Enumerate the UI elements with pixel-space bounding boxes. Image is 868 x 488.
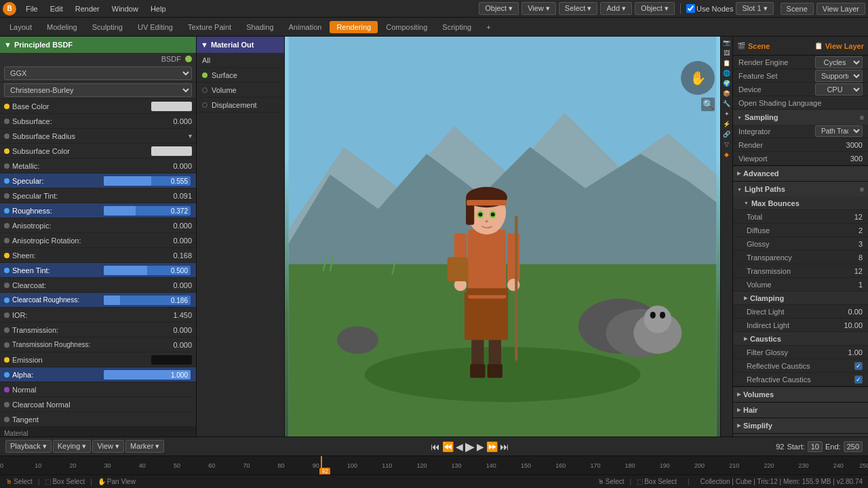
menu-file[interactable]: File [20, 3, 43, 14]
tab-modeling[interactable]: Modeling [40, 21, 84, 33]
motion-blur-header[interactable]: ▼ ✓ Motion Blur [733, 434, 868, 436]
timeline[interactable]: 0 10 20 30 40 50 60 70 80 90 92 100 110 … [0, 455, 868, 474]
tangent-row[interactable]: Tangent [0, 412, 196, 427]
particles-icon[interactable]: ✦ [722, 109, 732, 119]
base-color-row[interactable]: Base Color [0, 99, 196, 114]
sheen-value[interactable]: 0.168 [161, 251, 192, 260]
transparency-bounces-value[interactable]: 8 [835, 253, 863, 262]
play-btn[interactable]: ▶ [465, 439, 475, 454]
start-frame-value[interactable]: 10 [808, 441, 823, 452]
direct-light-value[interactable]: 0.00 [835, 308, 863, 316]
output-properties-icon[interactable]: 🖼 [722, 48, 732, 58]
nav-gizmo[interactable]: ✋ [681, 61, 715, 95]
base-color-swatch[interactable] [151, 102, 192, 111]
anisotropic-rotation-row[interactable]: Anisotropic Rotation: 0.000 [0, 233, 196, 248]
tab-animation[interactable]: Animation [282, 21, 329, 33]
jump-start-btn[interactable]: ⏮ [431, 441, 440, 452]
specular-tint-value[interactable]: 0.091 [161, 192, 192, 200]
zoom-in-btn[interactable]: 🔍 [701, 98, 715, 111]
add-dropdown[interactable]: Add ▾ [600, 2, 632, 15]
render-engine-select[interactable]: Cycles EEVEE Workbench [815, 56, 863, 68]
advanced-header[interactable]: ▶ Advanced [733, 166, 868, 181]
light-paths-header[interactable]: ▼ Light Paths ≡ [733, 182, 868, 197]
view-dropdown[interactable]: View ▾ [521, 2, 556, 15]
tab-layout[interactable]: Layout [3, 21, 39, 33]
subsurface-radius-row[interactable]: Subsurface Radius ▾ [0, 129, 196, 144]
sheen-tint-bar[interactable]: 0.500 [104, 266, 191, 275]
bsdf-panel-header[interactable]: ▼ Principled BSDF [0, 37, 196, 53]
ior-row[interactable]: IOR: 1.450 [0, 308, 196, 323]
material-icon[interactable]: ◆ [722, 150, 732, 159]
menu-help[interactable]: Help [145, 3, 172, 14]
mat-surface-item[interactable]: Surface [197, 68, 284, 83]
slot-dropdown[interactable]: Slot 1 ▾ [736, 2, 773, 15]
roughness-bar[interactable]: 0.372 [104, 206, 191, 216]
main-viewport[interactable]: View ▾ Select ▾ Render Result 📷 ◉ ○ ● ⛶ … [285, 37, 720, 436]
clearcoat-roughness-row[interactable]: Clearcoat Roughness: 0.186 [0, 293, 196, 308]
open-shading-row[interactable]: Open Shading Language [733, 96, 868, 110]
caustics-header[interactable]: ▶ Caustics [733, 332, 868, 346]
menu-window[interactable]: Window [106, 3, 144, 14]
indirect-light-value[interactable]: 10.00 [835, 321, 863, 329]
mat-displacement-item[interactable]: Displacement [197, 98, 284, 113]
menu-render[interactable]: Render [70, 3, 105, 14]
normal-row[interactable]: Normal [0, 382, 196, 397]
reflective-caustics-row[interactable]: Reflective Caustics ✓ [733, 359, 868, 373]
view-menu[interactable]: View ▾ [92, 440, 124, 453]
feature-set-select[interactable]: Supported Experimental [815, 70, 863, 82]
feature-set-row[interactable]: Feature Set Supported Experimental [733, 69, 868, 83]
object-menu[interactable]: Object ▾ [635, 2, 675, 15]
prev-frame-btn[interactable]: ⏪ [442, 441, 454, 452]
viewport-samples-row[interactable]: Viewport 300 [733, 152, 868, 165]
next-keyframe-btn[interactable]: ▶ [477, 441, 484, 452]
tab-sculpting[interactable]: Sculpting [85, 21, 130, 33]
next-frame-btn[interactable]: ⏩ [486, 441, 498, 452]
refractive-caustics-checkbox[interactable]: ✓ [854, 375, 863, 384]
render-engine-row[interactable]: Render Engine Cycles EEVEE Workbench [733, 56, 868, 69]
view-layer-properties-icon[interactable]: 📋 [722, 58, 732, 68]
sheen-row[interactable]: Sheen: 0.168 [0, 248, 196, 263]
anisotropic-rotation-value[interactable]: 0.000 [161, 237, 192, 245]
tab-add[interactable]: + [479, 21, 497, 33]
clearcoat-roughness-bar[interactable]: 0.186 [104, 296, 191, 305]
glossy-bounces-row[interactable]: Glossy 3 [733, 237, 868, 251]
tab-uv-editing[interactable]: UV Editing [131, 21, 180, 33]
specular-tint-row[interactable]: Specular Tint: 0.091 [0, 188, 196, 203]
metallic-row[interactable]: Metallic: 0.000 [0, 159, 196, 174]
distribution-dropdown[interactable]: GGX [4, 66, 192, 80]
subsurface-method-dropdown[interactable]: Christensen-Burley [4, 83, 192, 97]
emission-row[interactable]: Emission [0, 352, 196, 367]
transmission-bounces-row[interactable]: Transmission 12 [733, 264, 868, 278]
keying-menu[interactable]: Keying ▾ [53, 440, 92, 453]
alpha-bar[interactable]: 1.000 [104, 370, 191, 380]
subsurface-method-row[interactable]: Christensen-Burley [0, 82, 196, 99]
marker-menu[interactable]: Marker ▾ [125, 440, 164, 453]
view-layer-selector[interactable]: View Layer [816, 3, 865, 15]
device-select[interactable]: CPU GPU [815, 83, 863, 96]
data-icon[interactable]: ▽ [722, 140, 732, 149]
sheen-tint-row[interactable]: Sheen Tint: 0.500 [0, 263, 196, 278]
mat-volume-item[interactable]: Volume [197, 83, 284, 98]
direct-light-row[interactable]: Direct Light 0.00 [733, 305, 868, 319]
hair-header[interactable]: ▶ Hair [733, 403, 868, 418]
render-properties-icon[interactable]: 📷 [722, 38, 732, 47]
subsurface-row[interactable]: Subsurface: 0.000 [0, 114, 196, 129]
tab-scripting[interactable]: Scripting [435, 21, 478, 33]
transmission-row[interactable]: Transmission: 0.000 [0, 323, 196, 338]
integrator-select[interactable]: Path Tracing [815, 125, 863, 137]
volume-bounces-row[interactable]: Volume 1 [733, 278, 868, 291]
diffuse-bounces-value[interactable]: 2 [835, 226, 863, 235]
integrator-row[interactable]: Integrator Path Tracing [733, 125, 868, 138]
menu-edit[interactable]: Edit [45, 3, 68, 14]
tab-compositing[interactable]: Compositing [379, 21, 434, 33]
transmission-roughness-value[interactable]: 0.000 [161, 341, 192, 349]
tab-shading[interactable]: Shading [239, 21, 280, 33]
emission-color-swatch[interactable] [151, 355, 192, 365]
metallic-value[interactable]: 0.000 [161, 162, 192, 170]
sampling-header[interactable]: ▼ Sampling ≡ [733, 110, 868, 125]
prev-keyframe-btn[interactable]: ◀ [456, 441, 463, 452]
filter-glossy-row[interactable]: Filter Glossy 1.00 [733, 346, 868, 359]
volume-bounces-value[interactable]: 1 [835, 281, 863, 289]
transmission-roughness-row[interactable]: Transmission Roughness: 0.000 [0, 338, 196, 352]
distribution-row[interactable]: GGX [0, 65, 196, 82]
